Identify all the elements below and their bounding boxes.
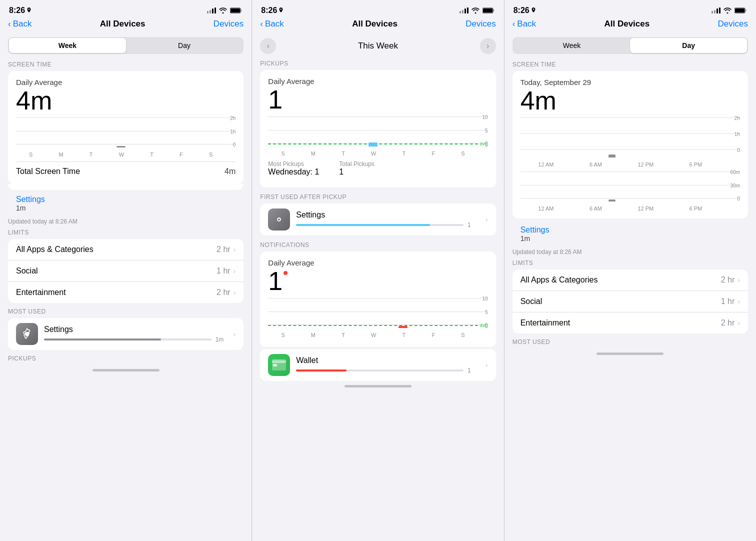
date-label-right: Today, September 29 — [520, 78, 740, 86]
segment-day-left[interactable]: Day — [126, 38, 243, 53]
total-value-left: 4m — [224, 167, 236, 176]
week-nav-title: This Week — [358, 41, 398, 51]
notification-dot — [284, 271, 288, 275]
settings-link-right[interactable]: Settings — [512, 226, 748, 234]
time-left: 8:26 — [9, 6, 32, 15]
limits-row-1[interactable]: Social 1 hr › — [8, 260, 244, 282]
svg-point-14 — [278, 218, 280, 221]
scroll-area-left[interactable]: SCREEN TIME Daily Average 4m 2h 1h 0 — [0, 61, 252, 541]
most-pickups-stat: Most Pickups Wednesday: 1 — [268, 160, 319, 176]
screen-time-label-right: SCREEN TIME — [504, 61, 756, 71]
first-used-app-name: Settings — [296, 210, 480, 220]
svg-rect-13 — [483, 8, 492, 12]
chevron-icon-1: › — [234, 267, 236, 275]
first-used-label: FIRST USED AFTER PICKUP — [252, 194, 504, 204]
svg-rect-10 — [464, 8, 466, 14]
nav-bar-right: ‹ Back All Devices Devices — [504, 17, 756, 34]
devices-link-left[interactable]: Devices — [214, 19, 244, 29]
segment-week-left[interactable]: Week — [9, 38, 126, 53]
limits-row-1-label: Social — [16, 266, 38, 276]
limits-row-0[interactable]: All Apps & Categories 2 hr › — [8, 239, 244, 260]
wifi-icon-right — [724, 8, 732, 14]
back-button-right[interactable]: ‹ Back — [512, 19, 536, 29]
nav-title-left: All Devices — [100, 19, 146, 29]
settings-link-wrap: Settings 1m — [0, 190, 252, 215]
svg-rect-9 — [462, 10, 464, 14]
update-text-right: Updated today at 8:26 AM — [504, 246, 756, 260]
home-indicator-mid — [344, 385, 412, 388]
chevron-icon-r0: › — [738, 276, 740, 284]
total-pickups-stat: Total Pickups 1 — [339, 160, 374, 176]
settings-link-left[interactable]: Settings — [8, 195, 244, 204]
app-bar-wrap-left: 1m — [44, 336, 228, 343]
signal-icon-right — [712, 8, 720, 14]
limits-card-left: All Apps & Categories 2 hr › Social 1 hr… — [8, 239, 244, 303]
time-mid: 8:26 — [261, 6, 284, 15]
segment-control-left: Week Day — [8, 37, 244, 54]
chart-line-top: 2h — [16, 118, 236, 118]
chevron-first-used: › — [486, 216, 488, 224]
battery-icon — [230, 8, 242, 14]
app-row-settings-left[interactable]: Settings 1m › — [8, 318, 244, 350]
limits-card-right: All Apps & Categories 2 hr › Social 1 hr… — [512, 270, 748, 334]
limits-row-right-0[interactable]: All Apps & Categories 2 hr › — [512, 270, 748, 291]
app-info-settings-left: Settings 1m — [44, 325, 228, 343]
notif-daily-avg-value: 1 — [268, 268, 282, 294]
settings-sub-right: 1m — [512, 234, 748, 244]
most-used-label-right: MOST USED — [504, 338, 756, 348]
svg-rect-20 — [716, 8, 718, 14]
signal-icon — [207, 8, 216, 14]
nav-bar-left: ‹ Back All Devices Devices — [0, 17, 252, 34]
first-used-row[interactable]: Settings 1 › — [260, 204, 496, 236]
pickups-daily-avg-label: Daily Average — [268, 77, 488, 86]
app-name-settings-left: Settings — [44, 325, 228, 334]
notif-value-wrap: 1 — [268, 268, 488, 298]
bar-chart-left: 2h 1h 0 S M T W T — [16, 118, 236, 158]
location-icon-right — [531, 8, 536, 14]
day-chart-lower-right: 60m 30m 0 — [520, 172, 740, 212]
svg-rect-19 — [714, 10, 716, 14]
limits-row-right-1[interactable]: Social 1 hr › — [512, 291, 748, 312]
total-label-left: Total Screen Time — [16, 167, 80, 176]
wallet-card: Wallet 1 › — [260, 349, 496, 381]
status-icons-left — [207, 8, 242, 14]
limits-row-right-2[interactable]: Entertainment 2 hr › — [512, 312, 748, 334]
settings-sub-left: 1m — [8, 204, 244, 214]
svg-rect-21 — [719, 8, 720, 14]
status-bar-mid: 8:26 — [252, 0, 504, 17]
app-time-left: 1m — [216, 336, 228, 343]
daily-avg-value-right: 4m — [520, 88, 740, 114]
segment-week-right[interactable]: Week — [514, 38, 630, 53]
svg-rect-3 — [214, 8, 216, 14]
wallet-bar-wrap: 1 — [296, 367, 480, 374]
location-icon — [26, 8, 32, 14]
scroll-area-right[interactable]: SCREEN TIME Today, September 29 4m 2h 1h… — [504, 61, 756, 541]
wallet-value: 1 — [468, 367, 480, 374]
screen-time-card-right: Today, September 29 4m 2h 1h 0 — [512, 71, 748, 218]
notif-bar-chart: 10 5 0 avg S M T — [268, 298, 488, 338]
next-week-button[interactable]: › — [480, 38, 496, 54]
nav-title-mid: All Devices — [352, 19, 398, 29]
settings-gear-icon-mid — [272, 213, 286, 226]
back-button-left[interactable]: ‹ Back — [8, 19, 32, 29]
devices-link-mid[interactable]: Devices — [466, 19, 496, 29]
limits-row-0-label: All Apps & Categories — [16, 245, 94, 254]
prev-week-button[interactable]: ‹ — [260, 38, 276, 54]
most-used-card-left: Settings 1m › — [8, 318, 244, 350]
pickups-card: Daily Average 1 10 5 0 avg — [260, 70, 496, 188]
limits-row-2-label: Entertainment — [16, 288, 66, 297]
segment-day-right[interactable]: Day — [630, 38, 747, 53]
status-bar-right: 8:26 — [504, 0, 756, 17]
first-used-value: 1 — [468, 222, 480, 228]
limits-row-right-2-label: Entertainment — [520, 318, 570, 328]
location-icon-mid — [278, 8, 284, 14]
wallet-row[interactable]: Wallet 1 › — [260, 349, 496, 381]
devices-link-right[interactable]: Devices — [718, 19, 748, 29]
back-button-mid[interactable]: ‹ Back — [260, 19, 284, 29]
limits-row-2[interactable]: Entertainment 2 hr › — [8, 282, 244, 303]
avg-label-notif: avg — [480, 322, 488, 328]
settings-gear-icon — [20, 328, 34, 340]
svg-rect-2 — [212, 8, 214, 14]
scroll-area-mid[interactable]: PICKUPS Daily Average 1 10 5 0 avg — [252, 60, 504, 541]
chevron-settings-left: › — [234, 330, 236, 338]
